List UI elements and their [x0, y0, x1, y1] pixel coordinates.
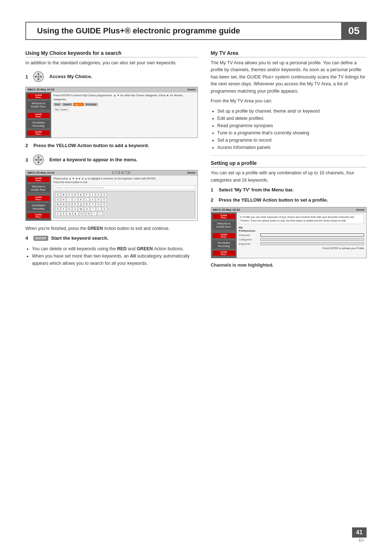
key-W: W: [78, 207, 84, 211]
svg-point-5: [37, 76, 40, 78]
profile-screen-topbar: BBC2 25-May 10:10 Home: [211, 207, 366, 212]
profile-logo1: GUIDEPlus+: [213, 214, 235, 219]
screen2-topbar-left: BBC2 25-May 10:10: [28, 171, 54, 174]
screen1-topbar-right: Home: [187, 88, 195, 91]
left-section-heading: Using My Choice keywords for a search: [25, 50, 198, 57]
right-step1-number: 1: [211, 187, 216, 193]
channels-strong: Channels is now highlighted.: [211, 263, 274, 268]
screen1-logo: GUIDEPlus+: [27, 94, 50, 99]
my-tv-from: From the My TV Area you can:: [211, 98, 367, 105]
nav-circle-icon: [33, 71, 44, 82]
right-step2-row: 2 Press the YELLOW Action button to set …: [211, 197, 367, 203]
screen2-mockup: BBC2 25-May 10:10 Back Save Home GUIDEPl…: [25, 170, 198, 221]
my-tv-bullets: Set up a profile by channel, theme and/ …: [215, 108, 367, 151]
key-B: B: [61, 193, 66, 197]
key-P: P: [73, 202, 78, 206]
screen2-topbar-right: Home: [187, 171, 195, 174]
key-H: H: [61, 198, 66, 202]
key-I: I: [67, 198, 72, 202]
divider-1: [211, 155, 367, 156]
right-step2-content: Press the YELLOW Action button to set a …: [219, 197, 367, 203]
profile-row-channels: Channels: [239, 234, 364, 237]
key-G: G: [55, 198, 60, 202]
key-8: 8: [96, 202, 101, 206]
profile-row-header: My Preferences: [239, 226, 364, 232]
screen2-logo1: GUIDEPlus+: [27, 177, 50, 182]
two-col-layout: Using My Choice keywords for a search In…: [25, 50, 367, 272]
key-2: 2: [96, 193, 101, 197]
profile-label-categories: Categories: [239, 238, 259, 241]
right-column: My TV Area The My TV Area allows you to …: [211, 50, 367, 272]
key-Q: Q: [78, 202, 83, 206]
screen2-sidebar-item2: One-ButtonRecording: [27, 203, 50, 211]
my-tv-bullet-5: Set a programme to record: [217, 137, 367, 144]
keyboard-row-5: YZ◄►Del%<>: [55, 212, 193, 216]
screen2-main: Please press ▲ ▼ ◄ ► or ▲ to highlight a…: [51, 175, 197, 220]
step4-label: Start the keyword search.: [51, 235, 109, 242]
page-header: Using the GUIDE Plus+® electronic progra…: [25, 22, 367, 40]
profile-screen-mockup: BBC2 25-May 10:10 Home GUIDEPlus+ Welcom…: [211, 207, 367, 258]
keyboard-row-2: GHIJKL456: [55, 198, 193, 202]
profile-section-heading: Setting up a profile: [211, 160, 367, 167]
page-number: 41: [352, 527, 367, 538]
key-9: 9: [102, 202, 107, 206]
screen1-topbar-left: BBC2 25-May 10:10: [28, 88, 54, 91]
key-Z: Z: [61, 212, 66, 216]
page-lang: En: [359, 538, 364, 542]
key-O: O: [67, 202, 72, 206]
step3-label: Enter a keyword to appear in the menu.: [49, 157, 138, 163]
right-step1-row: 1 Select 'My TV' from the Menu bar.: [211, 187, 367, 193]
screen2-body: GUIDEPlus+ Welcome toGUIDE Plus+ GUIDEPl…: [26, 175, 197, 220]
key-C: C: [67, 193, 72, 197]
key-X: X: [85, 207, 90, 211]
profile-label-channels: Channels: [239, 234, 259, 237]
right-step1-content: Select 'My TV' from the Menu bar.: [219, 187, 367, 193]
key-star: *: [90, 207, 95, 211]
screen2-back-btn: Back: [112, 171, 121, 174]
key-right: ►: [73, 212, 78, 216]
key-S: S: [55, 207, 60, 211]
profile-row-header-label: My Preferences: [239, 226, 259, 232]
screen1-mychoice-tab: My Choice: [53, 107, 69, 112]
my-tv-section-heading: My TV Area: [211, 50, 367, 57]
key-E: E: [78, 193, 83, 197]
key-N: N: [61, 202, 66, 206]
profile-sidebar: GUIDEPlus+ Welcome toGUIDE Plus+ GUIDEPl…: [211, 212, 237, 258]
screen2-save-btn: Save: [122, 171, 130, 174]
keyboard-row-1: ABCDEF123: [55, 193, 193, 197]
keyboard-mockup: ABCDEF123 GHIJKL456 MNOPQR789 STUVWX*(0: [53, 191, 195, 218]
step1-label: Access My Choice.: [49, 73, 92, 80]
screen2-topbar: BBC2 25-May 10:10 Back Save Home: [26, 170, 197, 175]
my-tv-bullet-2: Edit and delete profiles: [217, 115, 367, 122]
header-title-box: Using the GUIDE Plus+® electronic progra…: [25, 22, 341, 40]
key-T: T: [61, 207, 66, 211]
key-3: 3: [102, 193, 107, 197]
key-5: 5: [96, 198, 101, 202]
key-paren: (: [96, 207, 101, 211]
screen1-btn-schedule: Schedule: [85, 103, 98, 106]
screen1-nav-row: Grid Search My TV Schedule: [53, 103, 195, 106]
key-left: ◄: [67, 212, 72, 216]
screen1-btn-search: Search: [62, 103, 73, 106]
step3-number: 3: [25, 157, 30, 163]
left-column: Using My Choice keywords for a search In…: [25, 50, 198, 272]
key-L: L: [84, 198, 89, 202]
profile-main: In Profile you can enter Keywords of you…: [237, 212, 366, 258]
my-tv-bullet-3: Read programme synopses: [217, 122, 367, 129]
keyboard-row-4: STUVWX*(0: [55, 207, 193, 211]
screen1-btn-grid: Grid: [53, 103, 61, 106]
key-M: M: [55, 202, 60, 206]
key-lt: <: [92, 212, 97, 216]
screen1-main: Press ENTER to search My Choice programm…: [51, 92, 197, 137]
screen2-sidebar-item1: Welcome toGUIDE Plus+: [27, 184, 50, 192]
left-bullet-2: When you have set more than two keywords…: [32, 252, 198, 267]
key-Y: Y: [55, 212, 60, 216]
right-step2-number: 2: [211, 197, 216, 203]
svg-point-11: [37, 159, 40, 161]
key-6: 6: [102, 198, 107, 202]
profile-screen-body: GUIDEPlus+ Welcome toGUIDE Plus+ GUIDEPl…: [211, 212, 366, 258]
chapter-number: 05: [341, 22, 367, 40]
keyboard-row-3: MNOPQR789: [55, 202, 193, 206]
right-step2-label: Press the YELLOW Action button to set a …: [219, 197, 328, 203]
screen2-logo2: GUIDEPlus+: [27, 196, 50, 201]
